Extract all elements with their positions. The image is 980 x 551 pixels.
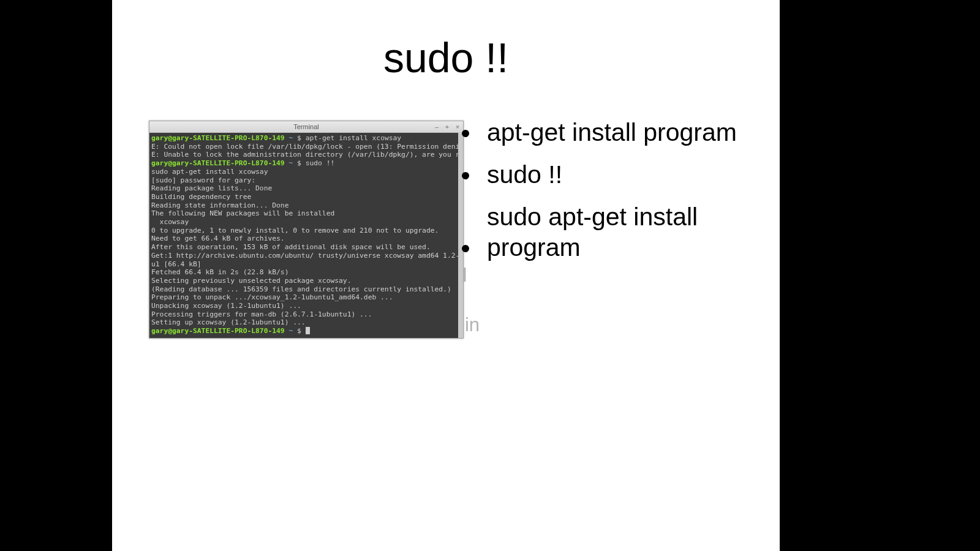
bullet-1-text: apt-get install program	[481, 118, 737, 148]
prompt-host: gary@gary-SATELLITE-PRO-L870-149	[151, 327, 285, 335]
prompt-symbol: $	[297, 159, 301, 167]
prompt-host: gary@gary-SATELLITE-PRO-L870-149	[151, 159, 285, 167]
output-line: Building dependency tree	[151, 193, 251, 201]
output-line: Need to get 66.4 kB of archives.	[151, 234, 285, 242]
cursor-icon	[306, 327, 310, 334]
bullet-3-text: sudo apt-get install program	[481, 202, 771, 262]
terminal-window: Terminal – + × gary@gary-SATELLITE-PRO-L…	[149, 121, 464, 339]
close-icon[interactable]: ×	[454, 124, 461, 130]
output-line: [sudo] password for gary:	[151, 176, 255, 184]
slide: sudo !! apt-get install sudo !! sudo apt…	[112, 0, 780, 551]
prompt-path: ~	[288, 159, 293, 167]
output-line: Setting up xcowsay (1.2-1ubuntu1) ...	[151, 318, 306, 326]
output-line: Reading package lists... Done	[151, 184, 272, 192]
prompt-symbol: $	[297, 327, 301, 335]
bullet-list: apt-get install program sudo !! sudo apt…	[465, 118, 771, 275]
output-line: Reading state information... Done	[151, 201, 288, 209]
maximize-icon[interactable]: +	[444, 124, 450, 130]
output-line: (Reading database ... 156359 files and d…	[151, 285, 451, 293]
output-line: Fetched 66.4 kB in 2s (22.8 kB/s)	[151, 268, 288, 276]
output-line: Get:1 http://archive.ubuntu.com/ubuntu/ …	[151, 252, 463, 260]
window-controls: – + ×	[434, 121, 461, 132]
terminal-titlebar[interactable]: Terminal – + ×	[149, 121, 463, 133]
output-line: Processing triggers for man-db (2.6.7.1-…	[151, 310, 372, 318]
output-line: The following NEW packages will be insta…	[151, 209, 334, 217]
command-2: sudo !!	[306, 159, 335, 167]
output-line: xcowsay	[151, 218, 189, 226]
output-line: Selecting previously unselected package …	[151, 277, 351, 285]
output-line: E: Unable to lock the administration dir…	[151, 151, 463, 159]
output-line: E: Could not open lock file /var/lib/dpk…	[151, 143, 463, 151]
output-line: After this operation, 153 kB of addition…	[151, 243, 431, 251]
bullet-3: sudo apt-get install program	[481, 202, 771, 262]
output-line: Preparing to unpack .../xcowsay_1.2-1ubu…	[151, 293, 393, 301]
prompt-path: ~	[288, 134, 293, 142]
prompt-host: gary@gary-SATELLITE-PRO-L870-149	[151, 134, 285, 142]
output-line: 0 to upgrade, 1 to newly install, 0 to r…	[151, 227, 439, 234]
prompt-path: ~	[288, 327, 293, 335]
minimize-icon[interactable]: –	[434, 124, 440, 130]
command-1: apt-get install xcowsay	[306, 134, 401, 142]
terminal-title: Terminal	[293, 123, 319, 130]
output-line: sudo apt-get install xcowsay	[151, 168, 268, 176]
output-line: Unpacking xcowsay (1.2-1ubuntu1) ...	[151, 302, 301, 310]
terminal-body[interactable]: gary@gary-SATELLITE-PRO-L870-149 ~ $ apt…	[149, 133, 463, 338]
bullet-2: sudo !!	[481, 160, 771, 190]
prompt-symbol: $	[297, 134, 301, 142]
slide-title: sudo !!	[112, 34, 780, 81]
output-line: u1 [66.4 kB]	[151, 260, 202, 268]
bullet-2-text: sudo !!	[481, 160, 562, 190]
bullet-1: apt-get install program	[481, 118, 771, 148]
